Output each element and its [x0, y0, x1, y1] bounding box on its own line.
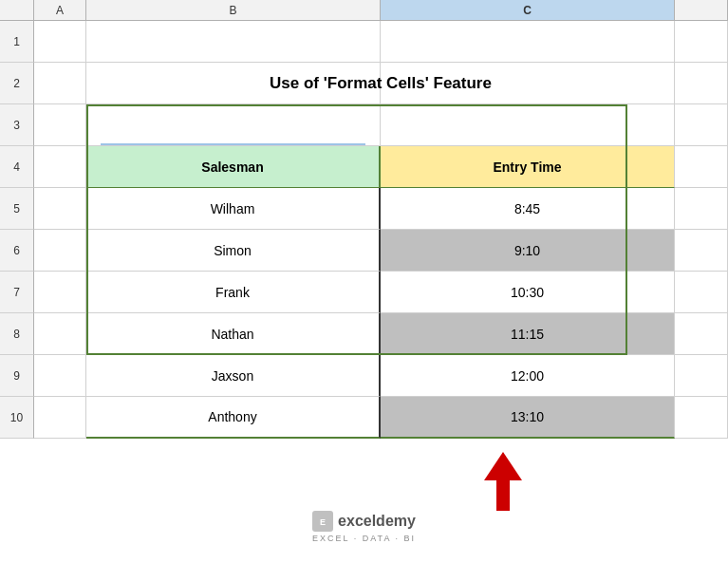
cell-b6[interactable]: Simon — [86, 230, 381, 272]
name-nathan: Nathan — [211, 327, 253, 342]
cell-a6[interactable] — [34, 230, 86, 272]
cell-c6[interactable]: 9:10 — [381, 230, 675, 272]
name-wilham: Wilham — [211, 201, 255, 216]
time-nathan: 11:15 — [511, 327, 544, 342]
row-num-1: 1 — [0, 21, 34, 63]
cell-extra-2 — [675, 63, 728, 104]
cell-a10[interactable] — [34, 397, 86, 439]
row-3: 3 — [0, 104, 728, 146]
corner-header — [0, 0, 34, 21]
cell-b10[interactable]: Anthony — [86, 397, 381, 439]
cell-a3[interactable] — [34, 104, 86, 146]
cell-a1[interactable] — [34, 21, 86, 63]
cell-c1[interactable] — [381, 21, 675, 63]
row-num-7: 7 — [0, 272, 34, 313]
name-anthony: Anthony — [208, 409, 256, 424]
logo-text: exceldemy — [338, 513, 416, 530]
col-header-extra — [675, 0, 728, 21]
cell-extra-5 — [675, 188, 728, 230]
logo-area: E exceldemy — [312, 511, 416, 532]
header-salesman: Salesman — [201, 160, 263, 175]
arrow-shaft — [496, 480, 510, 511]
cell-extra-7 — [675, 272, 728, 313]
col-header-b: B — [86, 0, 381, 21]
row-2: 2 Use of 'Format Cells' Feature — [0, 63, 728, 104]
spreadsheet-title: Use of 'Format Cells' Feature — [270, 74, 492, 93]
time-simon: 9:10 — [514, 243, 540, 258]
row-8: 8 Nathan 11:15 — [0, 313, 728, 355]
exceldemy-icon: E — [312, 511, 333, 532]
row-num-6: 6 — [0, 230, 34, 272]
cell-c8[interactable]: 11:15 — [381, 313, 675, 355]
cell-b7[interactable]: Frank — [86, 272, 381, 313]
row-5: 5 Wilham 8:45 — [0, 188, 728, 230]
cell-c4[interactable]: Entry Time — [381, 146, 675, 188]
footer: E exceldemy EXCEL · DATA · BI — [0, 501, 728, 552]
row-6: 6 Simon 9:10 — [0, 230, 728, 272]
cell-a4[interactable] — [34, 146, 86, 188]
cell-c10[interactable]: 13:10 — [381, 397, 675, 439]
cell-b8[interactable]: Nathan — [86, 313, 381, 355]
time-frank: 10:30 — [511, 285, 544, 300]
header-entry-time: Entry Time — [493, 160, 561, 175]
col-header-a: A — [34, 0, 86, 21]
cell-c5[interactable]: 8:45 — [381, 188, 675, 230]
time-wilham: 8:45 — [514, 201, 540, 216]
name-simon: Simon — [214, 243, 252, 258]
row-num-3: 3 — [0, 104, 34, 146]
arrow-head — [484, 452, 522, 480]
cell-a9[interactable] — [34, 355, 86, 397]
cell-a2[interactable] — [34, 63, 86, 104]
name-frank: Frank — [215, 285, 250, 300]
cell-c3[interactable] — [381, 104, 675, 146]
cell-b4[interactable]: Salesman — [86, 146, 381, 188]
cell-extra-8 — [675, 313, 728, 355]
row-10: 10 Anthony 13:10 — [0, 397, 728, 439]
cell-extra-3 — [675, 104, 728, 146]
row-num-4: 4 — [0, 146, 34, 188]
row-9: 9 Jaxson 12:00 — [0, 355, 728, 397]
col-header-c: C — [381, 0, 675, 21]
cell-b1[interactable] — [86, 21, 381, 63]
cell-extra-6 — [675, 230, 728, 272]
cell-c9[interactable]: 12:00 — [381, 355, 675, 397]
time-jaxson: 12:00 — [511, 368, 544, 384]
red-arrow — [484, 452, 522, 511]
time-anthony: 13:10 — [511, 409, 544, 424]
cell-extra-1 — [675, 21, 728, 63]
row-num-10: 10 — [0, 397, 34, 439]
cell-b3[interactable] — [86, 104, 381, 146]
svg-text:E: E — [320, 517, 326, 527]
row-num-2: 2 — [0, 63, 34, 104]
name-jaxson: Jaxson — [212, 368, 253, 384]
row-num-5: 5 — [0, 188, 34, 230]
spreadsheet: A B C 1 2 Use of 'Format Cells' Feature … — [0, 0, 728, 513]
cell-a8[interactable] — [34, 313, 86, 355]
cell-b5[interactable]: Wilham — [86, 188, 381, 230]
row-num-8: 8 — [0, 313, 34, 355]
column-headers: A B C — [0, 0, 728, 21]
row-1: 1 — [0, 21, 728, 63]
row-7: 7 Frank 10:30 — [0, 272, 728, 313]
cell-b2[interactable]: Use of 'Format Cells' Feature — [86, 63, 381, 104]
cell-c7[interactable]: 10:30 — [381, 272, 675, 313]
row-4: 4 Salesman Entry Time — [0, 146, 728, 188]
cell-extra-9 — [675, 355, 728, 397]
cell-a5[interactable] — [34, 188, 86, 230]
logo-sub: EXCEL · DATA · BI — [312, 534, 416, 543]
cell-extra-4 — [675, 146, 728, 188]
cell-b9[interactable]: Jaxson — [86, 355, 381, 397]
cell-a7[interactable] — [34, 272, 86, 313]
row-num-9: 9 — [0, 355, 34, 397]
cell-extra-10 — [675, 397, 728, 439]
